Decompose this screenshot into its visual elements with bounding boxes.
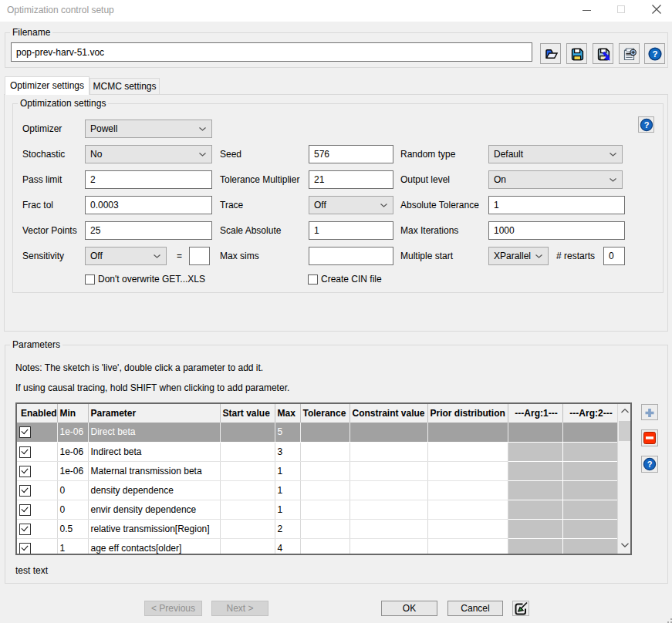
svg-text:?: ? xyxy=(647,460,653,469)
svg-text:?: ? xyxy=(652,49,657,59)
svg-text:?: ? xyxy=(643,120,649,130)
